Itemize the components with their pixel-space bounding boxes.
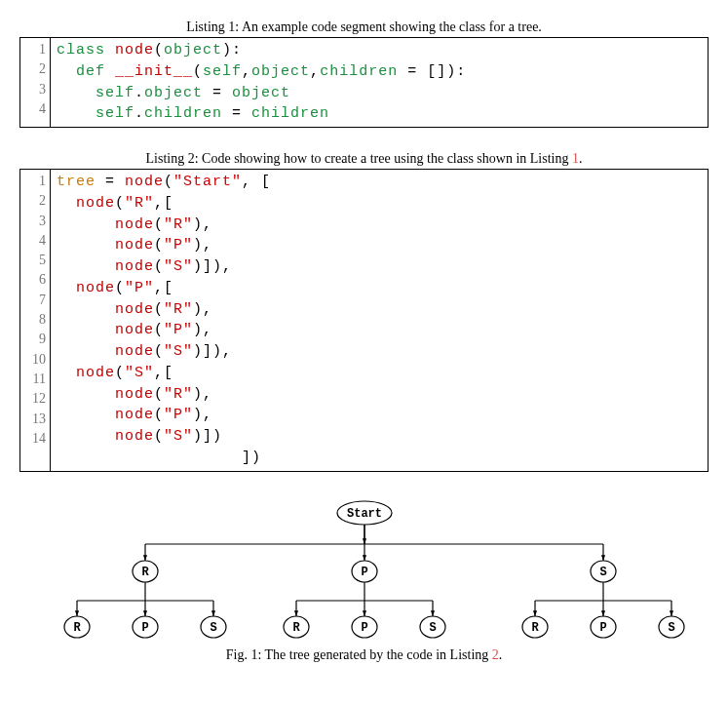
svg-text:Start: Start <box>346 507 381 521</box>
tree-leaf-6: R <box>522 616 548 638</box>
listing2-caption-suffix: . <box>579 151 583 166</box>
svg-text:S: S <box>668 621 674 635</box>
svg-text:P: P <box>141 621 148 635</box>
svg-marker-47 <box>293 610 297 616</box>
listing1-codeblock: 1234 class node(object): def __init__(se… <box>19 37 709 128</box>
svg-text:S: S <box>599 566 606 579</box>
svg-marker-57 <box>600 610 604 616</box>
svg-marker-43 <box>211 610 214 616</box>
figure1-caption: Fig. 1: The tree generated by the code i… <box>19 647 709 663</box>
tree-root: Start <box>337 501 392 525</box>
svg-marker-39 <box>74 610 78 616</box>
tree-leaf-1: P <box>133 616 158 638</box>
svg-text:P: P <box>599 621 606 635</box>
listing1-code: class node(object): def __init__(self,ob… <box>51 38 472 127</box>
svg-marker-41 <box>142 610 146 616</box>
tree-mid-2: S <box>591 561 616 582</box>
svg-marker-55 <box>532 610 536 616</box>
listing2-gutter: 1234567891011121314 <box>20 170 51 471</box>
svg-text:R: R <box>531 621 539 635</box>
svg-text:S: S <box>210 621 216 635</box>
tree-leaf-0: R <box>64 616 90 638</box>
tree-mid-1: P <box>352 561 377 582</box>
svg-text:P: P <box>361 566 367 579</box>
tree-leaf-5: S <box>420 616 445 638</box>
tree-diagram: StartRPSRPSRPSRPS <box>23 495 706 642</box>
tree-leaf-4: P <box>352 616 377 638</box>
listing1-caption-text: Listing 1: An example code segment showi… <box>186 20 542 34</box>
svg-marker-49 <box>362 610 365 616</box>
svg-marker-59 <box>669 610 672 616</box>
svg-marker-13 <box>142 555 146 561</box>
listing2-code: tree = node("Start", [ node("R",[ node("… <box>51 170 277 471</box>
svg-marker-17 <box>600 555 604 561</box>
tree-leaf-2: S <box>201 616 226 638</box>
svg-marker-51 <box>430 610 434 616</box>
tree-leaf-8: S <box>659 616 684 638</box>
svg-text:R: R <box>292 621 300 635</box>
svg-marker-15 <box>362 555 365 561</box>
listing1-caption: Listing 1: An example code segment showi… <box>19 20 709 35</box>
svg-text:R: R <box>141 566 149 579</box>
listing2-caption-ref[interactable]: 1 <box>572 151 579 166</box>
figure1: StartRPSRPSRPSRPS <box>19 495 709 642</box>
figure1-caption-prefix: Fig. 1: The tree generated by the code i… <box>226 647 492 662</box>
listing2-caption-prefix: Listing 2: Code showing how to create a … <box>146 151 572 166</box>
figure1-caption-ref[interactable]: 2 <box>492 647 499 662</box>
svg-text:P: P <box>361 621 367 635</box>
tree-leaf-3: R <box>284 616 309 638</box>
listing2-caption: Listing 2: Code showing how to create a … <box>19 151 709 167</box>
tree-leaf-7: P <box>591 616 616 638</box>
svg-text:R: R <box>73 621 81 635</box>
figure1-caption-suffix: . <box>499 647 503 662</box>
svg-text:S: S <box>429 621 436 635</box>
tree-mid-0: R <box>133 561 158 582</box>
listing1-gutter: 1234 <box>20 38 51 127</box>
listing2-codeblock: 1234567891011121314 tree = node("Start",… <box>19 169 709 472</box>
